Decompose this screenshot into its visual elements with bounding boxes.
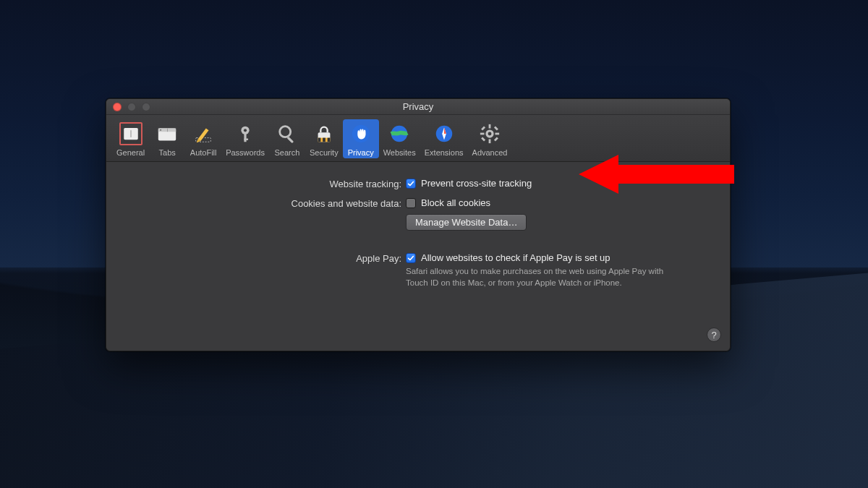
apple-pay-label: Apple Pay: — [127, 252, 406, 264]
website-tracking-label: Website tracking: — [127, 178, 406, 189]
checkbox-label: Prevent cross-site tracking — [421, 178, 532, 189]
svg-rect-26 — [481, 127, 485, 131]
tab-autofill[interactable]: AutoFill — [185, 119, 221, 158]
tab-extensions[interactable]: Extensions — [420, 119, 468, 158]
block-all-cookies-checkbox[interactable]: Block all cookies — [406, 197, 710, 208]
preferences-toolbar: General Tabs AutoFill Passwords Search — [106, 115, 730, 162]
titlebar: Privacy — [106, 99, 730, 115]
tab-label: Passwords — [226, 148, 265, 157]
tab-advanced[interactable]: Advanced — [468, 119, 512, 158]
tab-label: Tabs — [159, 148, 176, 157]
manage-website-data-button[interactable]: Manage Website Data… — [406, 214, 527, 231]
svg-rect-29 — [481, 137, 485, 142]
preferences-window: Privacy General Tabs AutoFill Passwords — [106, 98, 731, 351]
tab-label: Extensions — [425, 148, 464, 157]
window-title: Privacy — [106, 101, 730, 112]
checkbox-checked-icon — [406, 253, 416, 263]
svg-rect-17 — [328, 138, 331, 142]
tab-search[interactable]: Search — [269, 119, 305, 158]
tab-label: Security — [310, 148, 339, 157]
lock-icon — [312, 122, 336, 145]
svg-rect-23 — [489, 140, 491, 144]
svg-rect-4 — [167, 129, 168, 132]
checkbox-unchecked-icon — [406, 198, 416, 208]
svg-point-11 — [280, 127, 291, 137]
tab-label: Search — [275, 148, 300, 157]
gear-icon — [478, 122, 501, 145]
pencil-icon — [192, 122, 215, 145]
privacy-pane: Website tracking: Prevent cross-site tra… — [106, 162, 730, 303]
tab-label: General — [116, 148, 145, 157]
checkbox-checked-icon — [406, 179, 416, 189]
svg-rect-28 — [494, 127, 498, 131]
svg-rect-22 — [489, 124, 491, 129]
svg-rect-9 — [244, 133, 246, 142]
svg-rect-24 — [480, 133, 485, 135]
svg-point-5 — [160, 129, 161, 131]
switch-icon — [119, 122, 142, 145]
tab-label: Advanced — [472, 148, 508, 157]
compass-icon — [433, 122, 456, 145]
tab-label: Privacy — [348, 148, 374, 157]
cookies-label: Cookies and website data: — [127, 197, 406, 209]
magnifier-icon — [276, 122, 299, 145]
tab-privacy[interactable]: Privacy — [343, 119, 379, 158]
svg-rect-10 — [244, 139, 248, 140]
tab-tabs[interactable]: Tabs — [149, 119, 185, 158]
svg-rect-16 — [323, 138, 326, 142]
tab-label: AutoFill — [190, 148, 217, 157]
close-window-button[interactable] — [113, 103, 122, 111]
tab-security[interactable]: Security — [305, 119, 343, 158]
svg-rect-1 — [130, 130, 132, 137]
window-controls — [113, 103, 150, 111]
apple-pay-hint: Safari allows you to make purchases on t… — [406, 266, 666, 288]
svg-rect-12 — [286, 137, 294, 144]
prevent-cross-site-tracking-checkbox[interactable]: Prevent cross-site tracking — [406, 178, 710, 189]
tab-general[interactable]: General — [112, 119, 149, 158]
tab-label: Websites — [383, 148, 416, 157]
svg-point-8 — [244, 129, 247, 132]
tabs-icon — [156, 122, 179, 145]
checkbox-label: Allow websites to check if Apple Pay is … — [421, 252, 610, 263]
tab-passwords[interactable]: Passwords — [221, 119, 269, 158]
svg-point-30 — [488, 132, 492, 136]
checkbox-label: Block all cookies — [421, 197, 490, 208]
svg-rect-27 — [494, 137, 498, 142]
tab-websites[interactable]: Websites — [379, 119, 420, 158]
zoom-window-button[interactable] — [142, 103, 150, 111]
svg-rect-25 — [495, 133, 500, 135]
svg-rect-15 — [318, 138, 320, 142]
allow-apple-pay-check-checkbox[interactable]: Allow websites to check if Apple Pay is … — [406, 252, 710, 263]
globe-icon — [388, 122, 411, 145]
hand-icon — [349, 122, 373, 145]
minimize-window-button[interactable] — [127, 103, 136, 111]
help-button[interactable]: ? — [707, 328, 721, 342]
key-icon — [234, 122, 257, 145]
